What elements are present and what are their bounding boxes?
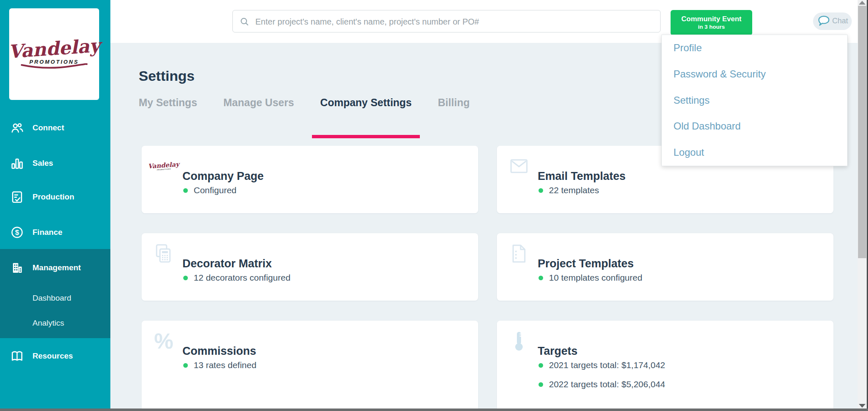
clipboard-check-icon bbox=[10, 190, 24, 204]
chat-bubble-icon bbox=[817, 15, 831, 28]
menu-item-logout[interactable]: Logout bbox=[662, 139, 847, 166]
vandelay-mini-logo-icon: Vandelay PROMOTIONS bbox=[153, 156, 174, 176]
status-dot-icon bbox=[539, 363, 543, 368]
card-statuses: 12 decorators configured bbox=[183, 268, 290, 287]
settings-tabs: My Settings Manage Users Company Setting… bbox=[130, 97, 478, 123]
people-icon bbox=[10, 121, 24, 135]
status-text: 12 decorators configured bbox=[194, 273, 290, 283]
open-book-icon bbox=[10, 349, 24, 363]
sidebar-item-analytics[interactable]: Analytics bbox=[0, 316, 110, 330]
sidebar-item-dashboard[interactable]: Dashboard bbox=[0, 291, 110, 305]
sidebar-item-finance[interactable]: $ Finance bbox=[0, 223, 110, 242]
scrollbar-up-arrow-icon[interactable] bbox=[859, 1, 866, 5]
status-row: Configured bbox=[183, 181, 237, 200]
sidebar-item-label: Management bbox=[32, 263, 81, 272]
vertical-scrollbar bbox=[858, 0, 867, 411]
sidebar: Vandelay PROMOTIONS Connect bbox=[0, 0, 110, 411]
card-statuses: 2021 targets total: $1,174,042 2022 targ… bbox=[539, 356, 665, 394]
status-row: 2022 targets total: $5,206,044 bbox=[539, 375, 665, 394]
tab-my-settings[interactable]: My Settings bbox=[130, 97, 205, 123]
menu-item-profile[interactable]: Profile bbox=[662, 35, 847, 61]
window-bottom-edge bbox=[0, 409, 868, 411]
mini-logo-sub: PROMOTIONS bbox=[157, 168, 171, 170]
card-company-page[interactable]: Vandelay PROMOTIONS Company Page Configu… bbox=[142, 146, 478, 213]
sidebar-item-label: Resources bbox=[32, 351, 73, 361]
scrollbar-thumb[interactable] bbox=[858, 6, 866, 258]
menu-item-settings[interactable]: Settings bbox=[662, 87, 847, 114]
document-icon bbox=[509, 244, 529, 263]
card-project-templates[interactable]: Project Templates 10 templates configure… bbox=[497, 233, 833, 301]
settings-cards-grid: Vandelay PROMOTIONS Company Page Configu… bbox=[142, 146, 833, 411]
sidebar-item-resources[interactable]: Resources bbox=[0, 347, 110, 365]
search-icon bbox=[239, 17, 249, 27]
card-targets[interactable]: Targets 2021 targets total: $1,174,042 2… bbox=[497, 321, 833, 411]
tab-billing[interactable]: Billing bbox=[429, 97, 478, 123]
card-statuses: 22 templates bbox=[539, 181, 599, 200]
status-row: 12 decorators configured bbox=[183, 268, 290, 287]
tab-manage-users[interactable]: Manage Users bbox=[215, 97, 302, 123]
chat-button[interactable]: Chat bbox=[813, 12, 852, 30]
logo-script-text: Vandelay bbox=[8, 36, 101, 61]
event-button-line1: Community Event bbox=[673, 15, 750, 23]
status-dot-icon bbox=[183, 276, 188, 280]
status-text: 2021 targets total: $1,174,042 bbox=[549, 360, 665, 370]
bar-chart-icon bbox=[10, 156, 24, 170]
sidebar-subitem-label: Dashboard bbox=[32, 294, 71, 303]
calculator-icon bbox=[154, 244, 173, 263]
app-window: Vandelay PROMOTIONS Connect bbox=[0, 0, 868, 411]
community-event-button[interactable]: Community Event in 3 hours bbox=[671, 10, 752, 35]
user-menu-dropdown: Profile Password & Security Settings Old… bbox=[661, 35, 848, 166]
sidebar-item-label: Connect bbox=[32, 123, 64, 132]
sidebar-item-sales[interactable]: Sales bbox=[0, 154, 110, 172]
status-dot-icon bbox=[539, 382, 543, 387]
status-text: 22 templates bbox=[549, 185, 599, 195]
chat-button-label: Chat bbox=[832, 17, 848, 25]
status-text: Configured bbox=[194, 185, 237, 195]
event-button-line2: in 3 hours bbox=[673, 24, 750, 30]
status-text: 2022 targets total: $5,206,044 bbox=[549, 379, 665, 389]
sidebar-subitem-label: Analytics bbox=[32, 319, 64, 328]
status-dot-icon bbox=[539, 276, 543, 280]
status-text: 13 rates defined bbox=[194, 360, 257, 370]
tab-company-settings[interactable]: Company Settings bbox=[312, 97, 420, 123]
svg-text:$: $ bbox=[15, 229, 19, 237]
status-row: 22 templates bbox=[539, 181, 599, 200]
card-statuses: Configured bbox=[183, 181, 237, 200]
status-dot-icon bbox=[183, 363, 188, 368]
card-statuses: 13 rates defined bbox=[183, 356, 257, 375]
menu-item-old-dashboard[interactable]: Old Dashboard bbox=[662, 113, 847, 139]
company-logo[interactable]: Vandelay PROMOTIONS bbox=[9, 8, 99, 100]
status-row: 13 rates defined bbox=[183, 356, 257, 375]
percent-icon: % bbox=[154, 331, 173, 351]
status-text: 10 templates configured bbox=[549, 273, 642, 283]
card-statuses: 10 templates configured bbox=[539, 268, 642, 287]
sidebar-item-label: Finance bbox=[32, 228, 62, 237]
sidebar-item-connect[interactable]: Connect bbox=[0, 119, 110, 137]
status-dot-icon bbox=[539, 188, 543, 193]
menu-item-password-security[interactable]: Password & Security bbox=[662, 61, 847, 87]
status-row: 2021 targets total: $1,174,042 bbox=[539, 356, 665, 375]
logo-swash bbox=[21, 63, 87, 69]
dollar-circle-icon: $ bbox=[10, 225, 24, 239]
thermometer-icon bbox=[509, 331, 529, 351]
sidebar-item-production[interactable]: Production bbox=[0, 188, 110, 206]
search-input[interactable] bbox=[254, 11, 656, 32]
search-bar bbox=[232, 10, 661, 32]
status-row: 10 templates configured bbox=[539, 268, 642, 287]
card-commissions[interactable]: % Commissions 13 rates defined bbox=[142, 321, 478, 411]
envelope-icon bbox=[509, 157, 529, 176]
sidebar-item-management[interactable]: Management bbox=[0, 259, 110, 277]
building-icon bbox=[10, 261, 24, 275]
sidebar-item-label: Sales bbox=[32, 159, 53, 168]
status-dot-icon bbox=[183, 188, 188, 193]
card-decorator-matrix[interactable]: Decorator Matrix 12 decorators configure… bbox=[142, 233, 478, 301]
sidebar-item-label: Production bbox=[32, 192, 74, 202]
page-title: Settings bbox=[139, 68, 195, 84]
scrollbar-down-arrow-icon[interactable] bbox=[859, 404, 866, 408]
